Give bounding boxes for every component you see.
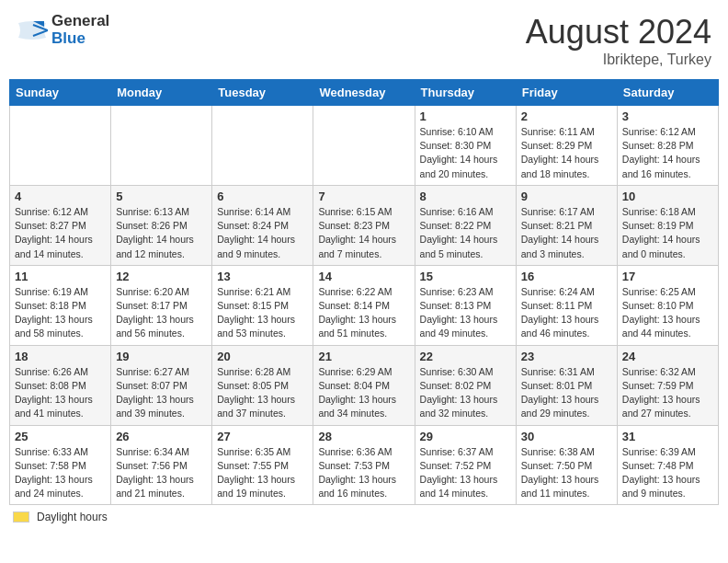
day-number: 16 bbox=[521, 270, 612, 283]
day-number: 7 bbox=[318, 190, 409, 203]
calendar-cell: 25Sunrise: 6:33 AMSunset: 7:58 PMDayligh… bbox=[10, 425, 111, 505]
calendar-cell: 14Sunrise: 6:22 AMSunset: 8:14 PMDayligh… bbox=[313, 265, 415, 345]
day-info: Sunrise: 6:18 AMSunset: 8:19 PMDaylight:… bbox=[622, 205, 713, 261]
logo-icon bbox=[17, 17, 48, 43]
day-info: Sunrise: 6:15 AMSunset: 8:23 PMDaylight:… bbox=[318, 205, 409, 261]
calendar-cell: 8Sunrise: 6:16 AMSunset: 8:22 PMDaylight… bbox=[415, 185, 516, 265]
day-info: Sunrise: 6:36 AMSunset: 7:53 PMDaylight:… bbox=[318, 445, 409, 501]
title-block: August 2024 Ibriktepe, Turkey bbox=[526, 13, 711, 68]
day-info: Sunrise: 6:19 AMSunset: 8:18 PMDaylight:… bbox=[15, 285, 106, 341]
calendar-cell: 2Sunrise: 6:11 AMSunset: 8:29 PMDaylight… bbox=[516, 106, 617, 186]
calendar-cell: 16Sunrise: 6:24 AMSunset: 8:11 PMDayligh… bbox=[516, 265, 617, 345]
day-info: Sunrise: 6:33 AMSunset: 7:58 PMDaylight:… bbox=[15, 445, 106, 501]
day-number: 29 bbox=[420, 430, 511, 443]
calendar-cell: 15Sunrise: 6:23 AMSunset: 8:13 PMDayligh… bbox=[415, 265, 516, 345]
day-info: Sunrise: 6:37 AMSunset: 7:52 PMDaylight:… bbox=[420, 445, 511, 501]
column-header-sunday: Sunday bbox=[10, 80, 111, 106]
calendar-cell: 26Sunrise: 6:34 AMSunset: 7:56 PMDayligh… bbox=[111, 425, 212, 505]
day-number: 21 bbox=[318, 350, 409, 363]
calendar-cell bbox=[212, 106, 313, 186]
calendar-cell: 24Sunrise: 6:32 AMSunset: 7:59 PMDayligh… bbox=[617, 345, 718, 425]
calendar-week-row: 4Sunrise: 6:12 AMSunset: 8:27 PMDaylight… bbox=[10, 185, 719, 265]
calendar-cell: 31Sunrise: 6:39 AMSunset: 7:48 PMDayligh… bbox=[617, 425, 718, 505]
day-number: 18 bbox=[15, 350, 106, 363]
day-number: 8 bbox=[420, 190, 511, 203]
location: Ibriktepe, Turkey bbox=[526, 52, 711, 68]
day-info: Sunrise: 6:28 AMSunset: 8:05 PMDaylight:… bbox=[217, 365, 308, 421]
day-info: Sunrise: 6:39 AMSunset: 7:48 PMDaylight:… bbox=[622, 445, 713, 501]
day-number: 28 bbox=[318, 430, 409, 443]
calendar-cell: 30Sunrise: 6:38 AMSunset: 7:50 PMDayligh… bbox=[516, 425, 617, 505]
day-info: Sunrise: 6:22 AMSunset: 8:14 PMDaylight:… bbox=[318, 285, 409, 341]
calendar-cell bbox=[111, 106, 212, 186]
logo-blue: Blue bbox=[51, 30, 109, 48]
day-number: 24 bbox=[622, 350, 713, 363]
calendar-cell: 9Sunrise: 6:17 AMSunset: 8:21 PMDaylight… bbox=[516, 185, 617, 265]
daylight-color-box bbox=[13, 511, 29, 523]
day-info: Sunrise: 6:24 AMSunset: 8:11 PMDaylight:… bbox=[521, 285, 612, 341]
day-number: 22 bbox=[420, 350, 511, 363]
day-info: Sunrise: 6:27 AMSunset: 8:07 PMDaylight:… bbox=[116, 365, 207, 421]
day-number: 3 bbox=[622, 109, 713, 123]
day-number: 9 bbox=[521, 190, 612, 203]
calendar-cell: 21Sunrise: 6:29 AMSunset: 8:04 PMDayligh… bbox=[313, 345, 415, 425]
calendar-cell: 5Sunrise: 6:13 AMSunset: 8:26 PMDaylight… bbox=[111, 185, 212, 265]
day-number: 19 bbox=[116, 350, 207, 363]
day-info: Sunrise: 6:12 AMSunset: 8:28 PMDaylight:… bbox=[622, 125, 713, 181]
day-info: Sunrise: 6:32 AMSunset: 7:59 PMDaylight:… bbox=[622, 365, 713, 421]
day-info: Sunrise: 6:29 AMSunset: 8:04 PMDaylight:… bbox=[318, 365, 409, 421]
calendar-cell: 22Sunrise: 6:30 AMSunset: 8:02 PMDayligh… bbox=[415, 345, 516, 425]
day-number: 12 bbox=[116, 270, 207, 283]
calendar-footer: Daylight hours bbox=[9, 511, 719, 523]
calendar-cell: 28Sunrise: 6:36 AMSunset: 7:53 PMDayligh… bbox=[313, 425, 415, 505]
day-info: Sunrise: 6:26 AMSunset: 8:08 PMDaylight:… bbox=[15, 365, 106, 421]
day-number: 4 bbox=[15, 190, 106, 203]
day-info: Sunrise: 6:31 AMSunset: 8:01 PMDaylight:… bbox=[521, 365, 612, 421]
calendar-cell: 1Sunrise: 6:10 AMSunset: 8:30 PMDaylight… bbox=[415, 106, 516, 186]
calendar-cell: 18Sunrise: 6:26 AMSunset: 8:08 PMDayligh… bbox=[10, 345, 111, 425]
day-number: 11 bbox=[15, 270, 106, 283]
day-info: Sunrise: 6:13 AMSunset: 8:26 PMDaylight:… bbox=[116, 205, 207, 261]
calendar-cell: 10Sunrise: 6:18 AMSunset: 8:19 PMDayligh… bbox=[617, 185, 718, 265]
day-number: 14 bbox=[318, 270, 409, 283]
day-info: Sunrise: 6:25 AMSunset: 8:10 PMDaylight:… bbox=[622, 285, 713, 341]
calendar-week-row: 1Sunrise: 6:10 AMSunset: 8:30 PMDaylight… bbox=[10, 106, 719, 186]
calendar-table: SundayMondayTuesdayWednesdayThursdayFrid… bbox=[9, 79, 719, 505]
day-info: Sunrise: 6:30 AMSunset: 8:02 PMDaylight:… bbox=[420, 365, 511, 421]
calendar-cell bbox=[313, 106, 415, 186]
calendar-cell: 17Sunrise: 6:25 AMSunset: 8:10 PMDayligh… bbox=[617, 265, 718, 345]
calendar-cell: 7Sunrise: 6:15 AMSunset: 8:23 PMDaylight… bbox=[313, 185, 415, 265]
logo-general: General bbox=[51, 13, 109, 30]
calendar-week-row: 25Sunrise: 6:33 AMSunset: 7:58 PMDayligh… bbox=[10, 425, 719, 505]
calendar-cell: 19Sunrise: 6:27 AMSunset: 8:07 PMDayligh… bbox=[111, 345, 212, 425]
column-header-thursday: Thursday bbox=[415, 80, 516, 106]
day-number: 26 bbox=[116, 430, 207, 443]
day-number: 5 bbox=[116, 190, 207, 203]
calendar-cell: 23Sunrise: 6:31 AMSunset: 8:01 PMDayligh… bbox=[516, 345, 617, 425]
column-header-tuesday: Tuesday bbox=[212, 80, 313, 106]
calendar-cell: 3Sunrise: 6:12 AMSunset: 8:28 PMDaylight… bbox=[617, 106, 718, 186]
day-number: 1 bbox=[420, 109, 511, 123]
calendar-header-row: SundayMondayTuesdayWednesdayThursdayFrid… bbox=[10, 80, 719, 106]
day-number: 20 bbox=[217, 350, 308, 363]
day-info: Sunrise: 6:14 AMSunset: 8:24 PMDaylight:… bbox=[217, 205, 308, 261]
day-info: Sunrise: 6:11 AMSunset: 8:29 PMDaylight:… bbox=[521, 125, 612, 181]
calendar-cell: 6Sunrise: 6:14 AMSunset: 8:24 PMDaylight… bbox=[212, 185, 313, 265]
day-number: 6 bbox=[217, 190, 308, 203]
calendar-cell: 11Sunrise: 6:19 AMSunset: 8:18 PMDayligh… bbox=[10, 265, 111, 345]
day-info: Sunrise: 6:10 AMSunset: 8:30 PMDaylight:… bbox=[420, 125, 511, 181]
day-info: Sunrise: 6:16 AMSunset: 8:22 PMDaylight:… bbox=[420, 205, 511, 261]
day-number: 2 bbox=[521, 109, 612, 123]
day-number: 10 bbox=[622, 190, 713, 203]
month-year: August 2024 bbox=[526, 13, 711, 52]
column-header-wednesday: Wednesday bbox=[313, 80, 415, 106]
column-header-saturday: Saturday bbox=[617, 80, 718, 106]
day-info: Sunrise: 6:12 AMSunset: 8:27 PMDaylight:… bbox=[15, 205, 106, 261]
day-number: 30 bbox=[521, 430, 612, 443]
day-number: 15 bbox=[420, 270, 511, 283]
day-number: 27 bbox=[217, 430, 308, 443]
day-number: 13 bbox=[217, 270, 308, 283]
calendar-cell: 20Sunrise: 6:28 AMSunset: 8:05 PMDayligh… bbox=[212, 345, 313, 425]
column-header-friday: Friday bbox=[516, 80, 617, 106]
day-info: Sunrise: 6:20 AMSunset: 8:17 PMDaylight:… bbox=[116, 285, 207, 341]
